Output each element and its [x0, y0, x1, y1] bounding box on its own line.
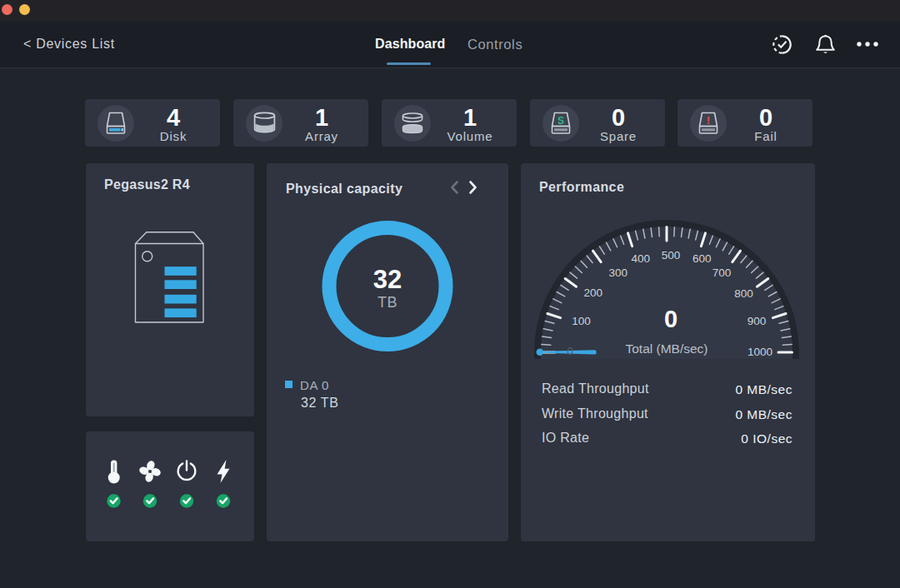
svg-text:S: S	[558, 115, 564, 127]
svg-text:500: 500	[662, 249, 681, 262]
svg-text:Total (MB/sec): Total (MB/sec)	[625, 341, 708, 356]
svg-text:0: 0	[567, 345, 573, 357]
svg-text:900: 900	[748, 315, 767, 327]
svg-text:600: 600	[692, 252, 712, 265]
svg-text:!: !	[707, 115, 710, 127]
svg-text:800: 800	[734, 287, 753, 300]
svg-text:400: 400	[631, 252, 650, 265]
svg-text:700: 700	[712, 267, 732, 279]
svg-text:0: 0	[664, 306, 678, 332]
svg-text:1000: 1000	[748, 346, 772, 358]
svg-text:200: 200	[583, 287, 602, 299]
svg-text:100: 100	[572, 315, 591, 327]
svg-text:300: 300	[609, 267, 628, 279]
